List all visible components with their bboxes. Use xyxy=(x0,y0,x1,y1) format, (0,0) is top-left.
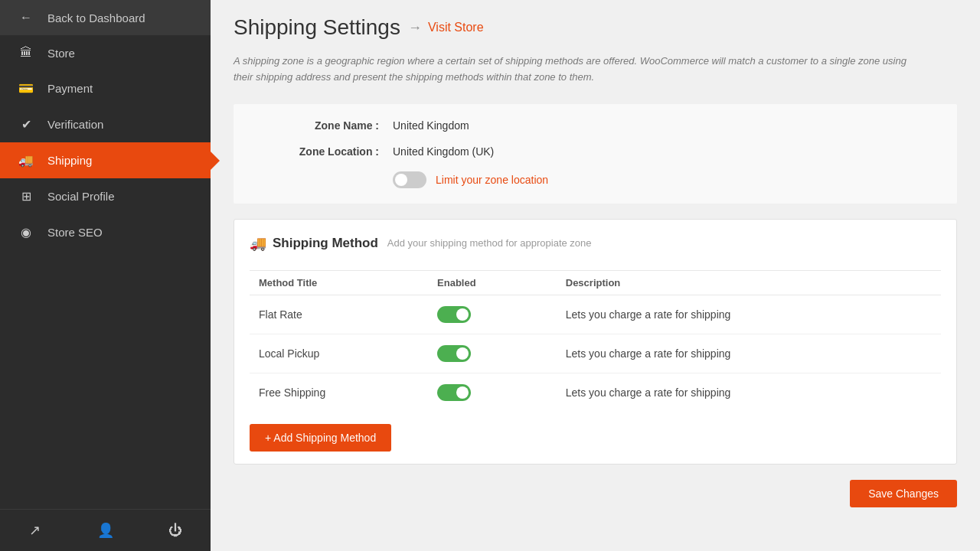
table-row: Flat RateLets you charge a rate for ship… xyxy=(250,295,941,334)
method-title-cell: Local Pickup xyxy=(250,334,428,373)
social-profile-icon: ⊞ xyxy=(15,189,37,204)
arrow-separator: → xyxy=(408,20,422,36)
limit-zone-row: Limit your zone location xyxy=(393,171,934,188)
external-link-icon: ↗ xyxy=(29,522,41,539)
zone-location-value: United Kingdom (UK) xyxy=(393,145,494,158)
page-header: Shipping Settings → Visit Store xyxy=(234,15,957,40)
shipping-method-title: Shipping Method xyxy=(273,236,378,251)
zone-location-row: Zone Location : United Kingdom (UK) xyxy=(256,145,934,158)
toggle-slider xyxy=(437,306,471,323)
sidebar-item-payment[interactable]: 💳 Payment xyxy=(0,70,211,106)
power-button[interactable]: ⏻ xyxy=(140,510,211,551)
table-row: Free ShippingLets you charge a rate for … xyxy=(250,373,941,412)
method-description-cell: Lets you charge a rate for shipping xyxy=(557,295,941,334)
limit-zone-toggle[interactable] xyxy=(393,171,426,188)
zone-location-label: Zone Location : xyxy=(256,145,379,158)
sidebar-item-social-profile[interactable]: ⊞ Social Profile xyxy=(0,178,211,214)
toggle-2[interactable] xyxy=(437,384,471,401)
table-row: Local PickupLets you charge a rate for s… xyxy=(250,334,941,373)
sidebar-item-verification[interactable]: ✔ Verification xyxy=(0,106,211,142)
sidebar-bottom: ↗ 👤 ⏻ xyxy=(0,509,211,551)
zone-name-row: Zone Name : United Kingdom xyxy=(256,119,934,132)
sidebar-item-back-dashboard[interactable]: ← Back to Dashboard xyxy=(0,0,211,35)
visit-store-link[interactable]: Visit Store xyxy=(428,21,484,34)
toggle-1[interactable] xyxy=(437,345,471,362)
method-description-cell: Lets you charge a rate for shipping xyxy=(557,334,941,373)
page-description: A shipping zone is a geographic region w… xyxy=(234,54,907,86)
col-method-title: Method Title xyxy=(250,271,428,295)
toggle-slider xyxy=(393,171,426,188)
zone-form-section: Zone Name : United Kingdom Zone Location… xyxy=(234,104,957,204)
sidebar-item-shipping[interactable]: 🚚 Shipping xyxy=(0,142,211,178)
sidebar-item-store[interactable]: 🏛 Store xyxy=(0,35,211,70)
shipping-table: Method Title Enabled Description Flat Ra… xyxy=(250,271,941,412)
method-enabled-cell xyxy=(428,334,557,373)
payment-icon: 💳 xyxy=(15,81,37,96)
store-seo-icon: ◉ xyxy=(15,225,37,240)
zone-name-label: Zone Name : xyxy=(256,119,379,132)
page-title: Shipping Settings xyxy=(234,15,400,40)
toggle-slider xyxy=(437,345,471,362)
shipping-icon: 🚚 xyxy=(15,153,37,168)
method-title-cell: Free Shipping xyxy=(250,373,428,412)
store-icon: 🏛 xyxy=(15,46,37,60)
toggle-0[interactable] xyxy=(437,306,471,323)
method-enabled-cell xyxy=(428,295,557,334)
truck-icon: 🚚 xyxy=(250,235,266,252)
user-button[interactable]: 👤 xyxy=(70,510,141,551)
shipping-method-header: 🚚 Shipping Method Add your shipping meth… xyxy=(250,235,941,258)
verification-icon: ✔ xyxy=(15,117,37,132)
method-description-cell: Lets you charge a rate for shipping xyxy=(557,373,941,412)
external-link-button[interactable]: ↗ xyxy=(0,510,70,551)
shipping-method-subtitle: Add your shipping method for appropiate … xyxy=(387,237,592,249)
shipping-method-card: 🚚 Shipping Method Add your shipping meth… xyxy=(234,219,957,465)
main-content: Shipping Settings → Visit Store A shippi… xyxy=(211,0,980,551)
zone-name-value: United Kingdom xyxy=(393,119,469,132)
add-shipping-method-button[interactable]: + Add Shipping Method xyxy=(250,424,391,452)
col-description: Description xyxy=(557,271,941,295)
save-changes-button[interactable]: Save Changes xyxy=(850,480,957,507)
user-icon: 👤 xyxy=(97,522,114,539)
table-header-row: Method Title Enabled Description xyxy=(250,271,941,295)
sidebar-item-store-seo[interactable]: ◉ Store SEO xyxy=(0,214,211,250)
method-enabled-cell xyxy=(428,373,557,412)
limit-zone-link[interactable]: Limit your zone location xyxy=(436,174,548,186)
toggle-slider xyxy=(437,384,471,401)
power-icon: ⏻ xyxy=(168,523,182,539)
method-title-cell: Flat Rate xyxy=(250,295,428,334)
sidebar: ← Back to Dashboard 🏛 Store 💳 Payment ✔ … xyxy=(0,0,211,551)
col-enabled: Enabled xyxy=(428,271,557,295)
back-icon: ← xyxy=(15,11,37,24)
